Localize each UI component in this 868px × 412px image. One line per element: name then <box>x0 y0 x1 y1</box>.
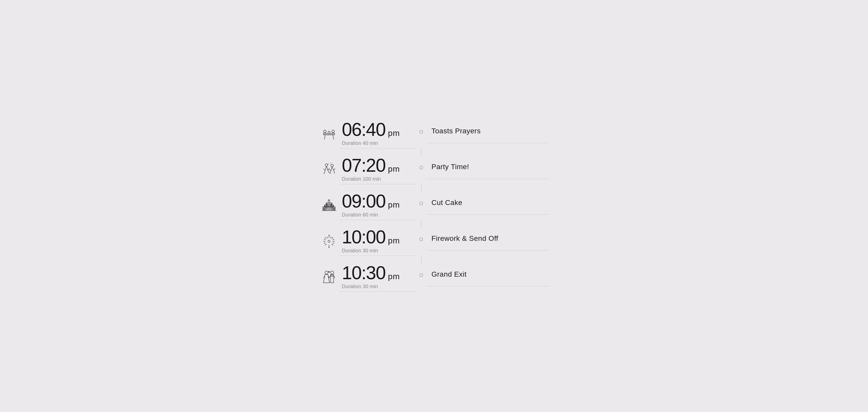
time-display: 06:40 <box>342 120 385 139</box>
connector-right <box>426 149 549 156</box>
connector-center-line <box>421 256 422 263</box>
svg-point-8 <box>331 164 333 167</box>
time-row: 09:00 pm <box>342 192 416 210</box>
center-line <box>416 120 426 134</box>
ampm-display: pm <box>388 236 400 245</box>
svg-line-31 <box>332 237 333 239</box>
center-line <box>416 192 426 205</box>
time-block: 09:00 pm Duration 60 min <box>339 192 416 220</box>
left-side: ♪ ♫ 07:20 pm Duration 100 min <box>319 156 416 184</box>
connector-right <box>426 256 549 263</box>
ampm-display: pm <box>388 128 400 138</box>
cake-icon <box>319 196 339 216</box>
svg-point-44 <box>331 271 334 274</box>
svg-line-37 <box>333 239 334 240</box>
timeline-dot <box>420 202 423 205</box>
connector-right <box>426 220 549 228</box>
event-name: Toasts Prayers <box>431 127 480 135</box>
svg-line-34 <box>331 237 331 238</box>
timeline-item: ♪ ♫ 07:20 pm Duration 100 min Party Time… <box>319 156 549 184</box>
svg-point-3 <box>323 130 326 132</box>
time-row: 07:20 pm <box>342 156 416 175</box>
duration-display: Duration 60 min <box>342 212 416 218</box>
time-row: 10:00 pm <box>342 228 416 246</box>
firework-svg <box>321 234 337 250</box>
svg-line-38 <box>333 243 334 243</box>
duration-display: Duration 100 min <box>342 176 416 182</box>
timeline-dot <box>420 237 423 241</box>
connector-center <box>416 220 426 228</box>
time-row: 06:40 pm <box>342 120 416 139</box>
time-row: 10:30 pm <box>342 263 416 282</box>
left-side: 09:00 pm Duration 60 min <box>319 192 416 220</box>
timeline-item: 10:30 pm Duration 30 min Grand Exit <box>319 263 549 292</box>
time-display: 10:00 <box>342 228 385 246</box>
time-display: 07:20 <box>342 156 385 175</box>
svg-line-2 <box>333 135 334 139</box>
svg-point-43 <box>325 271 328 274</box>
toasts-svg <box>321 127 337 142</box>
time-block: 06:40 pm Duration 40 min <box>339 120 416 149</box>
connector-center-line <box>421 220 422 228</box>
timeline-dot <box>420 273 423 277</box>
firework-icon <box>319 231 339 252</box>
center-line <box>416 156 426 169</box>
connector-center <box>416 256 426 263</box>
time-display: 10:30 <box>342 263 385 282</box>
center-line <box>416 228 426 241</box>
svg-line-35 <box>324 239 326 240</box>
timeline-dot <box>420 130 423 134</box>
toasts-icon <box>319 124 339 145</box>
left-side: 10:30 pm Duration 30 min <box>319 263 416 292</box>
party-svg: ♪ ♫ <box>321 162 337 178</box>
ampm-display: pm <box>388 164 400 174</box>
left-side: 06:40 pm Duration 40 min <box>319 120 416 149</box>
event-right-side: Party Time! <box>426 156 549 179</box>
party-icon: ♪ ♫ <box>319 160 339 181</box>
duration-display: Duration 40 min <box>342 140 416 146</box>
svg-point-4 <box>332 130 334 132</box>
timeline-item: 06:40 pm Duration 40 min Toasts Prayers <box>319 120 549 149</box>
svg-line-29 <box>325 237 327 239</box>
svg-line-30 <box>332 244 333 245</box>
timeline-item: 10:00 pm Duration 30 min Firework & Send… <box>319 228 549 256</box>
couple-svg <box>321 270 337 285</box>
svg-line-36 <box>324 243 326 243</box>
timeline-container: 06:40 pm Duration 40 min Toasts Prayers <box>319 110 549 302</box>
event-name: Grand Exit <box>431 270 467 278</box>
svg-text:♪: ♪ <box>328 162 329 165</box>
svg-point-24 <box>328 240 330 242</box>
event-right-side: Grand Exit <box>426 263 549 286</box>
ampm-display: pm <box>388 272 400 281</box>
duration-display: Duration 30 min <box>342 284 416 289</box>
svg-rect-5 <box>328 132 330 134</box>
cake-svg <box>321 198 337 214</box>
svg-text:♫: ♫ <box>330 162 332 164</box>
timeline-dot <box>420 166 423 169</box>
time-block: 10:30 pm Duration 30 min <box>339 263 416 292</box>
center-line <box>416 263 426 277</box>
svg-line-33 <box>327 237 328 238</box>
ampm-display: pm <box>388 200 400 210</box>
connector-center <box>416 184 426 192</box>
duration-display: Duration 30 min <box>342 248 416 254</box>
timeline-item: 09:00 pm Duration 60 min Cut Cake <box>319 192 549 220</box>
couple-icon <box>319 267 339 288</box>
time-display: 09:00 <box>342 192 385 210</box>
event-name: Party Time! <box>431 163 469 171</box>
event-name: Cut Cake <box>431 198 462 207</box>
connector-center-line <box>421 184 422 192</box>
event-right-side: Toasts Prayers <box>426 120 549 143</box>
connector-center-line <box>421 149 422 156</box>
time-block: 07:20 pm Duration 100 min <box>339 156 416 184</box>
svg-line-32 <box>325 244 327 245</box>
left-side: 10:00 pm Duration 30 min <box>319 228 416 256</box>
time-block: 10:00 pm Duration 30 min <box>339 228 416 256</box>
svg-line-1 <box>324 135 325 139</box>
connector-right <box>426 184 549 192</box>
event-name: Firework & Send Off <box>431 234 498 242</box>
event-right-side: Cut Cake <box>426 192 549 215</box>
event-right-side: Firework & Send Off <box>426 228 549 251</box>
connector-center <box>416 149 426 156</box>
